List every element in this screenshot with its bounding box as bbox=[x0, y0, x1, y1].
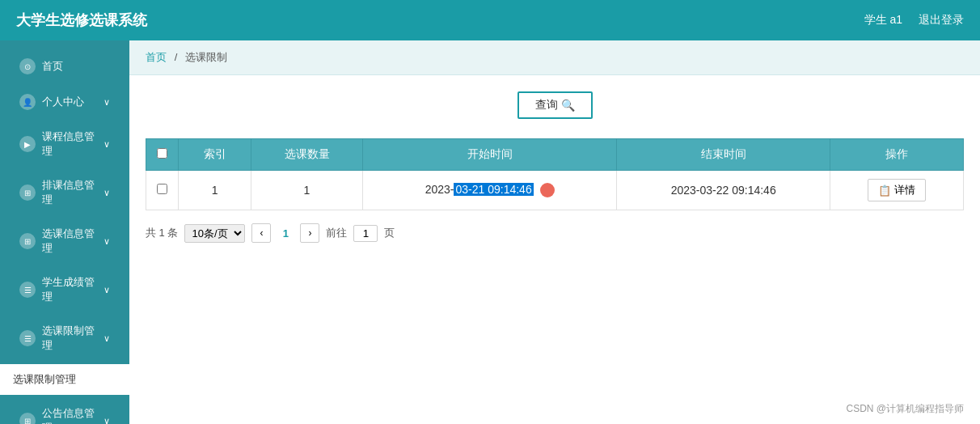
header-right: 学生 a1 退出登录 bbox=[864, 13, 964, 28]
data-table: 索引 选课数量 开始时间 结束时间 操作 1 bbox=[146, 138, 964, 210]
watermark-text: CSDN @计算机编程指导师 bbox=[846, 403, 964, 414]
sidebar-item-label-course-select: 选课信息管理 bbox=[42, 227, 103, 256]
sidebar-item-label-grades: 学生成绩管理 bbox=[42, 275, 103, 304]
header-start-time: 开始时间 bbox=[362, 139, 616, 171]
chevron-icon-4: ∨ bbox=[103, 285, 110, 295]
prev-page-button[interactable]: ‹ bbox=[251, 223, 271, 243]
row-index: 1 bbox=[179, 171, 251, 210]
announcement-icon: ⊞ bbox=[19, 413, 36, 424]
header-end-time: 结束时间 bbox=[617, 139, 830, 171]
chevron-down-icon: ∨ bbox=[103, 97, 110, 108]
query-label: 查询 bbox=[535, 98, 558, 112]
page-label: 页 bbox=[384, 226, 395, 240]
current-page: 1 bbox=[277, 227, 294, 240]
person-icon: 👤 bbox=[19, 94, 36, 110]
row-checkbox-cell[interactable] bbox=[146, 171, 179, 210]
footer-watermark: CSDN @计算机编程指导师 bbox=[846, 402, 964, 416]
next-page-button[interactable]: › bbox=[300, 223, 319, 243]
header: 大学生选修选课系统 学生 a1 退出登录 bbox=[0, 0, 980, 40]
query-bar: 查询 🔍 bbox=[146, 91, 964, 119]
breadcrumb-home[interactable]: 首页 bbox=[146, 51, 167, 63]
course-info-icon: ▶ bbox=[19, 136, 36, 152]
submenu-label: 选课限制管理 bbox=[13, 373, 76, 385]
header-action: 操作 bbox=[830, 139, 963, 171]
query-button[interactable]: 查询 🔍 bbox=[517, 91, 593, 119]
sidebar-item-course-select[interactable]: ⊞ 选课信息管理 ∨ bbox=[6, 218, 123, 264]
goto-label: 前往 bbox=[326, 226, 347, 240]
schedule-icon: ⊞ bbox=[19, 184, 36, 201]
chevron-icon-3: ∨ bbox=[103, 236, 110, 247]
main-content: 首页 / 选课限制 查询 🔍 bbox=[129, 40, 980, 424]
chevron-icon-5: ∨ bbox=[103, 333, 110, 344]
sidebar-item-grades[interactable]: ☰ 学生成绩管理 ∨ bbox=[6, 267, 123, 312]
row-start-time: 2023-03-21 09:14:46 bbox=[362, 171, 616, 210]
chevron-icon-6: ∨ bbox=[103, 416, 110, 425]
sidebar-item-label-schedule: 排课信息管理 bbox=[42, 178, 103, 207]
header-course-count: 选课数量 bbox=[251, 139, 363, 171]
row-course-count: 1 bbox=[251, 171, 363, 210]
home-icon: ⊙ bbox=[19, 58, 36, 74]
sidebar-item-label-personal: 个人中心 bbox=[42, 95, 84, 109]
breadcrumb-current: 选课限制 bbox=[185, 51, 227, 63]
breadcrumb: 首页 / 选课限制 bbox=[129, 40, 980, 75]
content-area: 查询 🔍 索引 选课数量 开始时间 结束时间 bbox=[129, 75, 980, 259]
data-table-wrapper: 索引 选课数量 开始时间 结束时间 操作 1 bbox=[146, 138, 964, 210]
detail-button[interactable]: 📋 详情 bbox=[868, 179, 926, 201]
row-checkbox[interactable] bbox=[157, 184, 167, 194]
row-action: 📋 详情 bbox=[830, 171, 963, 210]
sidebar-item-course-info[interactable]: ▶ 课程信息管理 ∨ bbox=[6, 121, 123, 167]
start-time-prefix: 2023- bbox=[425, 183, 454, 196]
sidebar-item-announcement[interactable]: ⊞ 公告信息管理 ∨ bbox=[6, 398, 123, 424]
start-time-highlight: 03-21 09:14:46 bbox=[454, 183, 533, 196]
sidebar-item-schedule[interactable]: ⊞ 排课信息管理 ∨ bbox=[6, 170, 123, 215]
detail-label: 详情 bbox=[894, 183, 915, 197]
chevron-icon-1: ∨ bbox=[103, 139, 110, 150]
sidebar-item-personal[interactable]: 👤 个人中心 ∨ bbox=[6, 86, 123, 118]
limit-icon: ☰ bbox=[19, 330, 36, 346]
pagination: 共 1 条 10条/页 20条/页 50条/页 ‹ 1 › 前往 页 bbox=[146, 223, 964, 243]
sidebar-item-course-limit[interactable]: ☰ 选课限制管理 ∨ bbox=[6, 316, 123, 361]
app-title: 大学生选修选课系统 bbox=[16, 11, 147, 30]
sidebar-item-home[interactable]: ⊙ 首页 bbox=[6, 50, 123, 83]
sidebar-item-label-announcement: 公告信息管理 bbox=[42, 406, 103, 424]
select-icon: ⊞ bbox=[19, 233, 36, 249]
cursor-indicator bbox=[540, 183, 555, 197]
page-goto-input[interactable] bbox=[353, 225, 378, 242]
table-header-row: 索引 选课数量 开始时间 结束时间 操作 bbox=[146, 139, 964, 171]
detail-icon: 📋 bbox=[878, 184, 891, 197]
table-row: 1 1 2023-03-21 09:14:46 2023-03-22 09:14… bbox=[146, 171, 964, 210]
header-index: 索引 bbox=[179, 139, 251, 171]
grades-icon: ☰ bbox=[19, 282, 36, 298]
total-count: 共 1 条 bbox=[146, 226, 178, 240]
row-end-time: 2023-03-22 09:14:46 bbox=[617, 171, 830, 210]
sidebar-item-label-home: 首页 bbox=[42, 59, 63, 74]
sidebar: ⊙ 首页 👤 个人中心 ∨ ▶ 课程信息管理 ∨ ⊞ 排课信息管理 ∨ bbox=[0, 40, 129, 424]
select-all-checkbox[interactable] bbox=[157, 148, 167, 159]
header-checkbox-cell[interactable] bbox=[146, 139, 179, 171]
logout-button[interactable]: 退出登录 bbox=[919, 13, 964, 28]
current-user: 学生 a1 bbox=[864, 13, 902, 28]
sidebar-submenu-course-limit[interactable]: 选课限制管理 bbox=[0, 364, 129, 395]
layout: ⊙ 首页 👤 个人中心 ∨ ▶ 课程信息管理 ∨ ⊞ 排课信息管理 ∨ bbox=[0, 40, 980, 424]
search-icon: 🔍 bbox=[561, 99, 575, 112]
chevron-icon-2: ∨ bbox=[103, 188, 110, 198]
sidebar-item-label-course-limit: 选课限制管理 bbox=[42, 324, 103, 353]
breadcrumb-separator: / bbox=[175, 51, 178, 63]
page-size-select[interactable]: 10条/页 20条/页 50条/页 bbox=[184, 224, 245, 243]
sidebar-item-label-course-info: 课程信息管理 bbox=[42, 129, 103, 159]
